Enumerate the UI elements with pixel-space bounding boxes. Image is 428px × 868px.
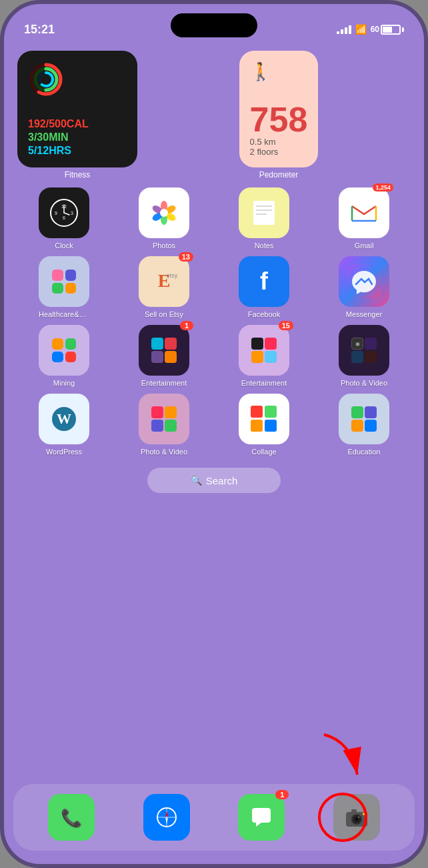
app-item-photos[interactable]: Photos (117, 187, 211, 250)
phone-frame: 15:21 📶 60 (0, 0, 428, 868)
etsy-icon: E etsy 13 (139, 256, 189, 307)
fitness-cal: 192/500CAL (28, 118, 127, 130)
dock-app-camera[interactable] (333, 794, 380, 841)
safari-dock-icon (143, 794, 190, 841)
pedometer-widget[interactable]: 🚶 758 0.5 km 2 floors (239, 51, 319, 167)
svg-point-20 (160, 209, 168, 217)
fitness-widget[interactable]: 192/500CAL 3/30MIN 5/12HRS (17, 51, 137, 167)
healthcare-label: Healthcare&Fit... (39, 310, 89, 318)
collage-icon (239, 394, 289, 444)
etsy-label: Sell on Etsy (145, 310, 183, 318)
phone-dock-icon: 📞 (48, 794, 95, 841)
walk-icon: 🚶 (250, 61, 308, 82)
facebook-icon: f (239, 256, 289, 307)
app-item-mining[interactable]: Mining (17, 325, 111, 387)
app-item-facebook[interactable]: f Facebook (217, 256, 311, 318)
entertainment1-badge: 1 (180, 321, 193, 330)
mining-icon (39, 325, 89, 376)
search-bar[interactable]: 🔍 Search (147, 468, 281, 493)
entertainment2-badge: 15 (279, 321, 293, 330)
dock-app-phone[interactable]: 📞 (48, 794, 95, 841)
svg-point-58 (363, 813, 365, 815)
pedometer-widget-label: Pedometer (259, 170, 299, 179)
battery-percent: 60 (371, 25, 379, 34)
svg-rect-37 (251, 406, 263, 418)
photovideo2-icon (139, 394, 189, 444)
entertainment1-label: Entertainment (141, 379, 187, 387)
app-item-education[interactable]: Education (317, 394, 411, 456)
app-grid-row3: Mining 1 Entertainment (17, 325, 411, 387)
fitness-widget-label: Fitness (65, 170, 91, 179)
svg-rect-38 (265, 406, 277, 418)
app-item-entertainment1[interactable]: 1 Entertainment (117, 325, 211, 387)
fitness-stats: 192/500CAL 3/30MIN 5/12HRS (28, 118, 127, 157)
activity-rings-icon (28, 61, 64, 97)
dock-app-safari[interactable] (143, 794, 190, 841)
entertainment2-icon: 15 (239, 325, 289, 376)
app-grid-row2: Healthcare&Fit... E etsy 13 Sell on Etsy (17, 256, 411, 318)
app-grid-row1: 12 6 9 3 Clock (17, 187, 411, 250)
notes-label: Notes (255, 242, 274, 250)
education-label: Education (348, 448, 381, 456)
photovideo2-label: Photo & Video (141, 448, 187, 456)
svg-text:9: 9 (55, 211, 57, 215)
pedometer-steps: 758 0.5 km 2 floors (250, 102, 308, 157)
education-icon (339, 394, 389, 444)
photovideo1-icon: ◉ (339, 325, 389, 376)
camera-dock-icon (333, 794, 380, 841)
app-item-gmail[interactable]: 1,254 Gmail (317, 187, 411, 250)
mining-label: Mining (53, 379, 75, 387)
gmail-label: Gmail (355, 242, 374, 250)
svg-rect-40 (265, 420, 277, 432)
wordpress-icon: W (39, 394, 89, 444)
collage-label: Collage (251, 448, 276, 456)
fitness-min: 3/30MIN (28, 131, 127, 143)
signal-icon (337, 25, 351, 34)
app-item-collage[interactable]: Collage (217, 394, 311, 456)
messenger-icon (339, 256, 389, 307)
photos-icon (139, 187, 189, 238)
svg-point-56 (358, 817, 359, 818)
messages-dock-icon: 1 (238, 794, 285, 841)
app-item-wordpress[interactable]: W WordPress (17, 394, 111, 456)
wordpress-label: WordPress (46, 448, 82, 456)
svg-text:📞: 📞 (61, 807, 83, 829)
app-item-photovideo2[interactable]: Photo & Video (117, 394, 211, 456)
dock: 📞 (13, 784, 415, 851)
screen-content: 192/500CAL 3/30MIN 5/12HRS Fitness 🚶 (4, 44, 424, 864)
power-button[interactable] (424, 191, 428, 271)
status-time: 15:21 (24, 23, 55, 37)
svg-rect-39 (251, 420, 263, 432)
app-item-healthcare[interactable]: Healthcare&Fit... (17, 256, 111, 318)
wifi-icon: 📶 (355, 24, 367, 35)
fitness-hrs: 5/12HRS (28, 145, 127, 157)
gmail-badge: 1,254 (373, 183, 393, 191)
app-grid-row4: W WordPress Photo & Video (17, 394, 411, 456)
messages-badge: 1 (275, 790, 289, 799)
search-label: Search (206, 475, 238, 486)
app-item-entertainment2[interactable]: 15 Entertainment (217, 325, 311, 387)
app-item-etsy[interactable]: E etsy 13 Sell on Etsy (117, 256, 211, 318)
svg-rect-22 (253, 201, 275, 225)
svg-text:f: f (260, 268, 269, 295)
svg-text:W: W (57, 410, 71, 427)
gmail-icon: 1,254 (339, 187, 389, 238)
steps-count: 758 (250, 102, 308, 137)
dynamic-island (171, 13, 257, 37)
battery-indicator: 60 (371, 25, 404, 35)
app-item-notes[interactable]: Notes (217, 187, 311, 250)
dock-app-messages[interactable]: 1 (238, 794, 285, 841)
photovideo1-label: Photo & Video (341, 379, 387, 387)
app-item-photovideo1[interactable]: ◉ Photo & Video (317, 325, 411, 387)
svg-text:6: 6 (63, 215, 65, 220)
svg-text:etsy: etsy (167, 272, 178, 279)
messenger-label: Messenger (346, 310, 382, 318)
clock-label: Clock (55, 242, 73, 250)
app-item-clock[interactable]: 12 6 9 3 Clock (17, 187, 111, 250)
facebook-label: Facebook (248, 310, 280, 318)
etsy-badge: 13 (179, 252, 193, 262)
search-icon: 🔍 (191, 475, 202, 486)
notes-icon (239, 187, 289, 238)
app-item-messenger[interactable]: Messenger (317, 256, 411, 318)
clock-icon: 12 6 9 3 (39, 187, 89, 238)
